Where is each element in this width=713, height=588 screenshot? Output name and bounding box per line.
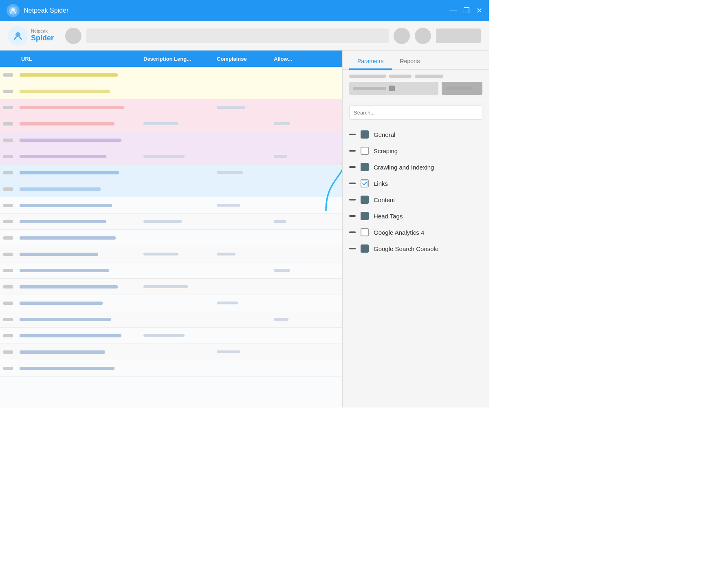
col-comp[interactable]: Complainse (212, 56, 269, 62)
table-row[interactable] (0, 328, 342, 344)
svg-line-6 (20, 37, 22, 40)
table-row[interactable] (0, 197, 342, 214)
svg-rect-12 (362, 214, 367, 218)
window-controls[interactable]: — ❐ ✕ (449, 6, 482, 15)
param-checkbox-content[interactable] (361, 196, 369, 204)
table-row[interactable] (0, 246, 342, 262)
param-item-links[interactable]: Links (343, 175, 489, 192)
param-item-general[interactable]: General (343, 126, 489, 143)
param-label-scraping: Scraping (374, 148, 398, 154)
param-checkbox-analytics[interactable] (361, 228, 369, 236)
main-content: URL Description Leng... Complainse Allow… (0, 51, 489, 407)
param-item-headtags[interactable]: Head Tags (343, 208, 489, 224)
table-row[interactable] (0, 132, 342, 148)
toolbar-bar-3 (415, 75, 443, 78)
param-checkbox-scraping[interactable] (361, 147, 369, 155)
filter-button[interactable] (349, 82, 438, 95)
table-row[interactable] (0, 165, 342, 181)
search-box[interactable] (349, 105, 482, 120)
table-row[interactable] (0, 99, 342, 116)
param-item-searchconsole[interactable]: Google Search Console (343, 240, 489, 257)
table-row[interactable] (0, 83, 342, 99)
table-area: URL Description Leng... Complainse Allow… (0, 51, 342, 407)
table-row[interactable] (0, 230, 342, 246)
table-row[interactable] (0, 262, 342, 279)
maximize-button[interactable]: ❐ (463, 6, 470, 15)
checkmark-icon (362, 165, 367, 170)
toolbar-logo: Netpeak Spider (8, 26, 54, 46)
param-dash (349, 150, 356, 152)
param-dash (349, 166, 356, 168)
param-dash (349, 248, 356, 249)
tab-reports[interactable]: Reports (392, 54, 428, 70)
panel-toolbar-row2 (349, 82, 482, 95)
tab-parametrs[interactable]: Parametrs (349, 54, 392, 70)
table-body (0, 67, 342, 407)
param-item-scraping[interactable]: Scraping (343, 143, 489, 159)
param-item-crawling[interactable]: Crawling and Indexing (343, 159, 489, 175)
action-button[interactable] (436, 29, 481, 43)
table-header: URL Description Leng... Complainse Allow… (0, 51, 342, 67)
close-button[interactable]: ✕ (476, 6, 482, 15)
param-dash (349, 183, 356, 184)
param-checkbox-links[interactable] (361, 179, 369, 187)
minimize-button[interactable]: — (449, 6, 457, 15)
table-row[interactable] (0, 67, 342, 83)
param-dash (349, 199, 356, 200)
panel-toolbar-row1 (349, 75, 482, 78)
user-avatar[interactable] (65, 28, 81, 44)
toolbar-bar-1 (349, 75, 386, 78)
param-checkbox-general[interactable] (361, 130, 369, 139)
table-row[interactable] (0, 279, 342, 295)
parameter-list: General Scraping Crawling and Indexing (343, 125, 489, 407)
param-label-content: Content (374, 196, 395, 203)
param-dash (349, 231, 356, 233)
table-row[interactable] (0, 148, 342, 165)
param-label-links: Links (374, 180, 388, 187)
user-avatar-2[interactable] (394, 28, 410, 44)
svg-rect-8 (362, 132, 367, 137)
arrow-annotation (322, 145, 342, 227)
table-wrapper: URL Description Leng... Complainse Allow… (0, 51, 342, 407)
url-bar[interactable] (86, 29, 389, 43)
app-icon (7, 4, 20, 17)
col-desc[interactable]: Description Leng... (139, 56, 212, 62)
param-label-general: General (374, 131, 395, 138)
table-row[interactable] (0, 214, 342, 230)
table-row[interactable] (0, 116, 342, 132)
checkmark-icon (362, 132, 367, 137)
svg-rect-13 (362, 246, 367, 251)
svg-point-1 (11, 8, 15, 11)
param-item-content[interactable]: Content (343, 192, 489, 208)
svg-rect-9 (362, 165, 367, 170)
checkmark-icon (362, 214, 367, 218)
table-row[interactable] (0, 311, 342, 328)
user-avatar-3[interactable] (415, 28, 431, 44)
checkmark-icon (362, 197, 367, 202)
param-checkbox-headtags[interactable] (361, 212, 369, 220)
toolbar-logo-icon (8, 26, 28, 46)
param-item-analytics[interactable]: Google Analytics 4 (343, 224, 489, 240)
table-row[interactable] (0, 181, 342, 197)
table-row[interactable] (0, 360, 342, 377)
panel-toolbar (343, 70, 489, 100)
param-label-analytics: Google Analytics 4 (374, 229, 424, 236)
col-url[interactable]: URL (16, 56, 139, 62)
col-allow[interactable]: Allow... (269, 56, 306, 62)
table-row[interactable] (0, 295, 342, 311)
param-dash (349, 134, 356, 135)
param-checkbox-crawling[interactable] (361, 163, 369, 171)
param-dash (349, 215, 356, 217)
search-input[interactable] (354, 110, 478, 116)
param-checkbox-searchconsole[interactable] (361, 244, 369, 253)
title-bar: Netpeak Spider — ❐ ✕ (0, 0, 489, 21)
toolbar-logo-text: Netpeak Spider (31, 29, 54, 43)
action-button-2[interactable] (442, 82, 482, 95)
logo-top: Netpeak (31, 29, 54, 34)
param-label-headtags: Head Tags (374, 213, 403, 220)
table-row[interactable] (0, 344, 342, 360)
toolbar: Netpeak Spider (0, 21, 489, 51)
svg-rect-11 (362, 197, 367, 202)
param-label-searchconsole: Google Search Console (374, 245, 438, 252)
right-panel: Parametrs Reports (342, 51, 489, 407)
